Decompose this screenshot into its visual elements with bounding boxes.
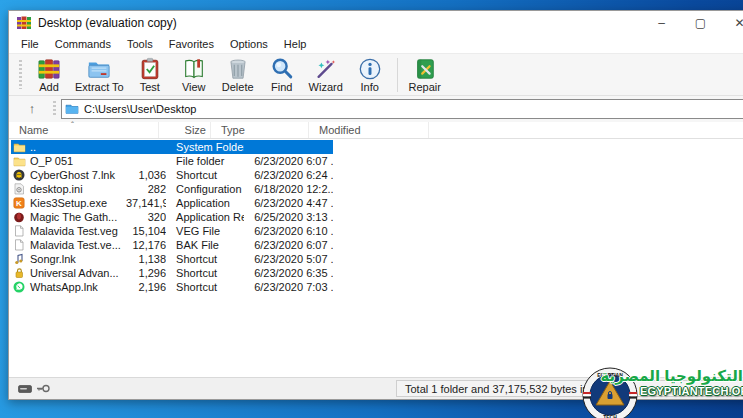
file-name: Songr.lnk [30,253,76,265]
file-row[interactable]: Magic The Gath...320Application Refere..… [11,210,333,224]
toolbar-repair-button[interactable]: Repair [403,54,447,95]
file-type: Shortcut [166,253,244,265]
toolbar-separator [397,58,398,92]
file-name: O_P 051 [30,155,73,167]
file-row[interactable]: desktop.ini282Configuration setti...6/18… [11,182,333,196]
file-row[interactable]: ..System Folder [11,140,333,154]
file-size: 2,196 [126,281,166,293]
file-type: VEG File [166,225,244,237]
toolbar-button-label: Test [140,81,160,94]
winrar-window: Desktop (evaluation copy) – ▢ ✕ FileComm… [8,10,743,400]
file-type: Shortcut [166,169,244,181]
file-modified: 6/18/2020 12:2... [244,183,333,195]
file-row[interactable]: Songr.lnk1,138Shortcut6/23/2020 5:07 ... [11,252,333,266]
watermark-arabic-text: التكنولوجيا المصرية [640,367,743,385]
file-row[interactable]: KKies3Setup.exe37,141,984Application6/23… [11,196,333,210]
file-name: Malavida Test.ve... [30,239,121,251]
toolbar-find-button[interactable]: Find [260,54,304,95]
column-header-label: Size [185,124,206,136]
file-icon [13,239,26,251]
file-modified: 6/23/2020 6:07 ... [244,239,333,251]
view-icon [181,57,207,81]
menu-item-commands[interactable]: Commands [47,37,119,51]
minimize-button[interactable]: – [642,11,681,35]
menu-item-file[interactable]: File [13,37,47,51]
column-header-modified[interactable]: Modified [309,122,429,138]
file-type: BAK File [166,239,244,251]
toolbar: AddExtract ToTestViewDeleteFindWizardInf… [9,53,743,96]
file-size: 1,138 [126,253,166,265]
toolbar-extract-to-button[interactable]: Extract To [71,54,128,95]
toolbar-test-button[interactable]: Test [128,54,172,95]
column-header-type[interactable]: Type [211,122,309,138]
svg-text:K: K [16,199,22,208]
file-name: Magic The Gath... [30,211,117,223]
folder-icon [13,141,26,153]
file-type: Application [166,197,244,209]
column-header-label: Name [19,124,48,136]
file-type: File folder [166,155,244,167]
toolbar-info-button[interactable]: Info [348,54,392,95]
whatsapp-icon [13,281,26,293]
toolbar-add-button[interactable]: Add [27,54,71,95]
file-row[interactable]: Malavida Test.veg15,104VEG File6/23/2020… [11,224,333,238]
menu-item-help[interactable]: Help [276,37,315,51]
close-button[interactable]: ✕ [720,11,743,35]
toolbar-button-label: Add [39,81,59,94]
up-folder-button[interactable]: ↑ [19,99,45,119]
file-row[interactable]: Malavida Test.ve...12,176BAK File6/23/20… [11,238,333,252]
kies-icon: K [13,197,26,209]
address-path-combo[interactable]: C:\Users\User\Desktop [61,99,743,119]
toolbar-button-label: View [182,81,206,94]
file-name: Kies3Setup.exe [30,197,107,209]
menu-item-options[interactable]: Options [222,37,276,51]
toolbar-view-button[interactable]: View [172,54,216,95]
repair-icon [412,57,438,81]
universal-icon [13,267,26,279]
file-row[interactable]: O_P 051File folder6/23/2020 6:07 ... [11,154,333,168]
file-name: desktop.ini [30,183,83,195]
column-header-size[interactable]: Size [159,122,211,138]
column-header-label: Modified [319,124,361,136]
file-modified: 6/25/2020 3:13 ... [244,211,333,223]
file-type: Shortcut [166,267,244,279]
toolbar-button-label: Info [361,81,379,94]
toolbar-button-label: Extract To [75,81,124,94]
file-modified: 6/23/2020 6:24 ... [244,169,333,181]
toolbar-button-label: Find [271,81,292,94]
watermark-site-text: EGYPTIANTECH.ORG [640,385,743,397]
file-modified: 6/23/2020 6:07 ... [244,155,333,167]
file-size: 1,296 [126,267,166,279]
delete-icon [225,57,251,81]
find-icon [269,57,295,81]
menu-item-favorites[interactable]: Favorites [161,37,222,51]
file-type: System Folder [166,141,244,153]
key-icon[interactable] [36,384,50,393]
archive-add-icon [36,57,62,81]
folder-icon [13,155,26,167]
file-size: 282 [126,183,166,195]
toolbar-delete-button[interactable]: Delete [216,54,260,95]
addressbar-grip [53,101,56,116]
file-type: Shortcut [166,281,244,293]
file-icon [13,225,26,237]
column-header-name[interactable]: Nameˆ [11,122,159,138]
file-name: .. [30,141,36,153]
file-row[interactable]: WhatsApp.lnk2,196Shortcut6/23/2020 7:03 … [11,280,333,294]
info-icon [357,57,383,81]
file-list-header: NameˆSizeTypeModified [9,122,743,139]
songr-icon [13,253,26,265]
drive-icon[interactable] [18,385,32,393]
title-bar: Desktop (evaluation copy) – ▢ ✕ [9,11,743,35]
file-row[interactable]: Universal Advan...1,296Shortcut6/23/2020… [11,266,333,280]
file-row[interactable]: CyberGhost 7.lnk1,036Shortcut6/23/2020 6… [11,168,333,182]
toolbar-wizard-button[interactable]: Wizard [304,54,348,95]
sort-ascending-icon: ˆ [71,120,74,130]
file-type: Application Refere... [166,211,244,223]
wizard-icon [313,57,339,81]
file-name: Universal Advan... [30,267,119,279]
file-name: WhatsApp.lnk [30,281,98,293]
toolbar-button-label: Repair [409,81,441,94]
menu-item-tools[interactable]: Tools [119,37,161,51]
maximize-button[interactable]: ▢ [681,11,720,35]
